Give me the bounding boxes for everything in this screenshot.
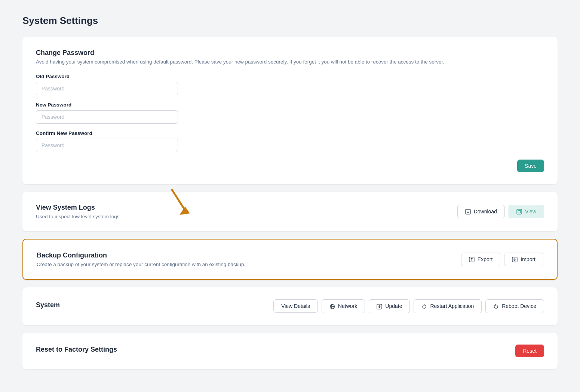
change-password-title: Change Password — [36, 49, 544, 57]
new-password-group: New Password — [36, 102, 544, 124]
update-icon — [377, 303, 383, 309]
new-password-input[interactable] — [36, 110, 178, 124]
reset-button[interactable]: Reset — [515, 345, 544, 357]
view-logs-button[interactable]: View — [509, 205, 544, 219]
view-details-button[interactable]: View Details — [273, 299, 318, 313]
page-title: System Settings — [22, 15, 558, 27]
old-password-group: Old Password — [36, 74, 544, 95]
save-button[interactable]: Save — [517, 160, 544, 172]
confirm-password-label: Confirm New Password — [36, 130, 544, 136]
reboot-icon — [493, 303, 500, 309]
svg-rect-4 — [517, 209, 522, 214]
svg-rect-5 — [518, 210, 521, 213]
confirm-password-input[interactable] — [36, 139, 178, 152]
view-icon — [516, 209, 523, 215]
backup-config-card: Backup Configuration Create a backup of … — [22, 239, 558, 280]
confirm-password-group: Confirm New Password — [36, 130, 544, 152]
view-logs-title: View System Logs — [36, 204, 457, 212]
old-password-label: Old Password — [36, 74, 544, 79]
old-password-input[interactable] — [36, 82, 178, 95]
backup-config-title: Backup Configuration — [37, 251, 461, 259]
export-button[interactable]: Export — [461, 253, 500, 266]
change-password-desc: Avoid having your system compromised whe… — [36, 59, 544, 65]
factory-reset-title: Reset to Factory Settings — [36, 346, 515, 354]
download-logs-button[interactable]: Download — [457, 205, 505, 219]
view-logs-desc: Used to inspect low level system logs. — [36, 214, 457, 219]
restart-application-button[interactable]: Restart Application — [414, 299, 482, 313]
change-password-card: Change Password Avoid having your system… — [22, 37, 558, 184]
globe-icon — [329, 303, 336, 309]
network-button[interactable]: Network — [322, 299, 365, 313]
import-icon — [512, 256, 518, 263]
system-title: System — [36, 301, 273, 309]
system-card: System View Details Network — [22, 287, 558, 325]
backup-config-desc: Create a backup of your system or replac… — [37, 262, 461, 267]
download-icon — [465, 209, 472, 215]
update-button[interactable]: Update — [369, 299, 410, 313]
restart-icon — [421, 303, 428, 309]
reboot-device-button[interactable]: Reboot Device — [485, 299, 544, 313]
new-password-label: New Password — [36, 102, 544, 108]
factory-reset-card: Reset to Factory Settings Reset — [22, 333, 558, 369]
import-button[interactable]: Import — [504, 253, 543, 266]
view-logs-card: View System Logs Used to inspect low lev… — [22, 192, 558, 231]
export-icon — [469, 256, 475, 263]
